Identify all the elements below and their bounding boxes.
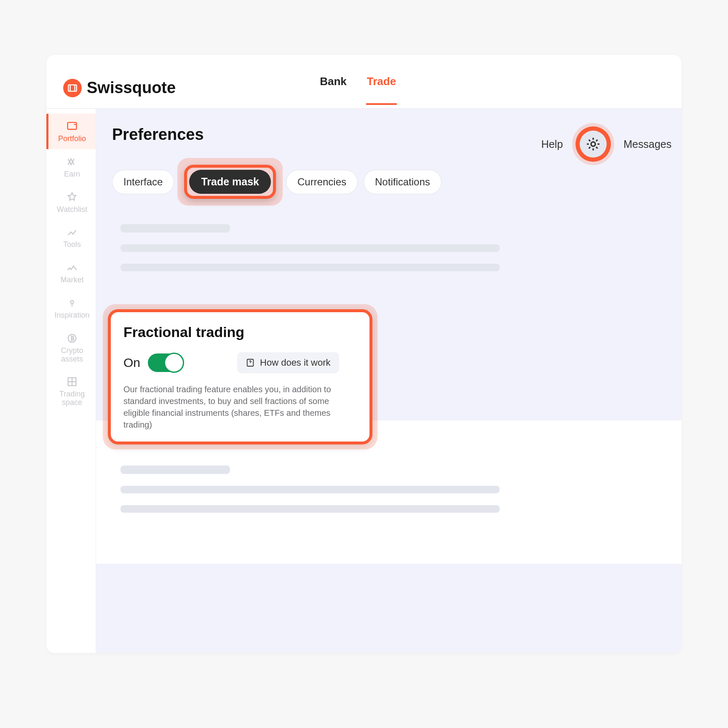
svg-rect-1 <box>68 123 77 129</box>
help-link[interactable]: Help <box>541 138 563 150</box>
gear-icon <box>580 131 607 158</box>
skeleton-placeholder-2 <box>120 466 672 513</box>
sidebar-item-inspiration[interactable]: Inspiration <box>46 290 96 326</box>
sidebar-item-label: Trading space <box>50 390 94 407</box>
settings-button[interactable] <box>572 123 614 165</box>
tab-trade-mask-highlight: Trade mask <box>180 161 280 203</box>
messages-link[interactable]: Messages <box>624 138 672 150</box>
sidebar-item-label: Tools <box>63 241 81 249</box>
main-content: Preferences Help Messages <box>96 109 682 653</box>
sidebar: Portfolio Earn Watchlist Tools Market In… <box>46 109 96 653</box>
tab-trade[interactable]: Trade <box>366 71 397 105</box>
sidebar-item-label: Watchlist <box>57 206 87 214</box>
sidebar-item-portfolio[interactable]: Portfolio <box>46 114 96 149</box>
brand-name: Swissquote <box>87 79 176 97</box>
svg-point-2 <box>71 300 74 303</box>
how-it-works-button[interactable]: How does it work <box>237 352 339 373</box>
toggle-state-label: On <box>123 356 140 370</box>
how-it-works-label: How does it work <box>260 357 331 368</box>
sidebar-item-label: Crypto assets <box>50 347 94 364</box>
fractional-description: Our fractional trading feature enables y… <box>123 383 357 431</box>
tab-bank[interactable]: Bank <box>319 71 348 105</box>
tab-notifications[interactable]: Notifications <box>364 170 442 194</box>
tab-interface[interactable]: Interface <box>112 170 174 194</box>
sidebar-item-tools[interactable]: Tools <box>46 219 96 255</box>
sidebar-item-label: Earn <box>64 170 80 179</box>
sidebar-item-label: Inspiration <box>54 311 89 320</box>
svg-point-5 <box>591 142 595 146</box>
logo: Swissquote <box>63 79 176 97</box>
tab-trade-mask[interactable]: Trade mask <box>189 170 271 194</box>
help-icon <box>246 358 255 367</box>
tab-currencies[interactable]: Currencies <box>286 170 358 194</box>
skeleton-placeholder-1 <box>120 224 672 271</box>
sidebar-item-market[interactable]: Market <box>46 255 96 290</box>
logo-icon <box>63 79 82 97</box>
app-window: Swissquote Bank Trade Portfolio Earn Wat… <box>46 55 682 653</box>
sidebar-item-earn[interactable]: Earn <box>46 149 96 185</box>
sidebar-item-watchlist[interactable]: Watchlist <box>46 185 96 220</box>
preferences-tabs: Interface Trade mask Currencies Notifica… <box>112 161 672 203</box>
top-tabs: Bank Trade <box>319 71 397 105</box>
fractional-toggle[interactable] <box>148 353 183 372</box>
fractional-trading-card: Fractional trading On How does it work O… <box>108 309 372 444</box>
svg-rect-0 <box>68 85 77 91</box>
top-right-actions: Help Messages <box>541 123 672 165</box>
header: Swissquote Bank Trade <box>46 55 682 109</box>
sidebar-item-crypto[interactable]: Crypto assets <box>46 326 96 369</box>
body: Portfolio Earn Watchlist Tools Market In… <box>46 109 682 653</box>
sidebar-item-trading-space[interactable]: Trading space <box>46 369 96 413</box>
sidebar-item-label: Portfolio <box>58 135 86 143</box>
sidebar-item-label: Market <box>60 276 83 284</box>
fractional-title: Fractional trading <box>123 324 357 340</box>
